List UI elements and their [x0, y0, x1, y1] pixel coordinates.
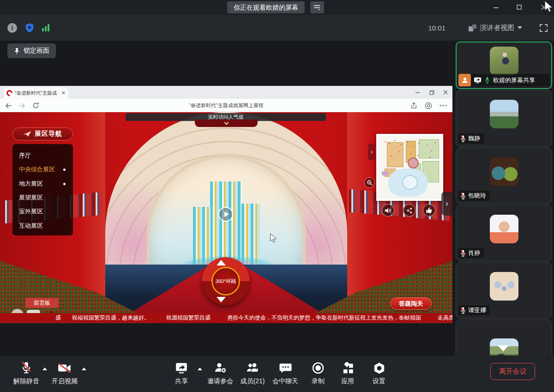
zone-nav-button[interactable]: 展区导航 — [12, 127, 73, 140]
share-screen-button[interactable]: 共享 — [163, 360, 200, 386]
view-mode-selector[interactable]: 演讲者视图 — [469, 24, 522, 32]
info-icon[interactable]: i — [7, 23, 17, 33]
play-button[interactable] — [218, 207, 233, 222]
ellipsis-icon[interactable] — [440, 104, 447, 107]
browser-menu-icon[interactable] — [425, 102, 432, 109]
share-screen-icon — [175, 362, 188, 374]
start-video-button[interactable]: 开启视频 — [46, 360, 83, 386]
browser-minimize-button[interactable] — [411, 86, 425, 99]
view-mode-label: 演讲者视图 — [480, 24, 514, 32]
nav-dot — [63, 169, 66, 171]
participant-name: 谭亚娜 — [468, 306, 486, 314]
nav-item-central[interactable]: 中央综合展区 — [19, 163, 73, 175]
zone-nav-label: 展区导航 — [35, 130, 62, 138]
sound-button[interactable] — [382, 204, 394, 217]
fullscreen-button[interactable] — [540, 24, 548, 32]
person-icon — [461, 77, 469, 84]
participant-tile-sharing[interactable]: 欧婧的屏幕共享 — [456, 42, 552, 89]
avatar — [490, 157, 518, 186]
maximize-button[interactable] — [510, 0, 529, 15]
minimize-button[interactable] — [487, 0, 506, 15]
quiz-button[interactable]: 答题闯关 — [390, 297, 432, 310]
leave-meeting-button[interactable]: 离开会议 — [490, 363, 535, 380]
map-room — [419, 139, 439, 158]
browser-close-button[interactable] — [439, 86, 452, 99]
map-room — [387, 142, 403, 168]
lock-view-button[interactable]: 锁定画面 — [7, 43, 56, 58]
invite-icon — [214, 362, 227, 374]
chat-label: 会中聊天 — [267, 377, 304, 386]
like-button[interactable] — [423, 204, 435, 217]
nav-item-interactive[interactable]: 互动展区 — [19, 220, 73, 232]
chat-icon — [279, 362, 292, 374]
screen-share-icon — [474, 77, 482, 84]
avatar — [490, 47, 518, 75]
signal-icon[interactable] — [42, 24, 49, 31]
participants-sidebar: 欧婧的屏幕共享 魏静 — [455, 41, 554, 356]
map-zoom-button[interactable] — [364, 177, 375, 188]
browser-tabstrip: “奋进新时代”主题成 ✕ — [0, 86, 452, 99]
watching-title: 你正在观看欧婧的屏幕 — [227, 1, 305, 13]
map-markers — [385, 141, 386, 142]
mic-on-icon — [484, 77, 490, 84]
unmute-label: 解除静音 — [8, 377, 45, 386]
mic-muted-icon — [460, 307, 466, 314]
participant-tile[interactable]: 魏静 — [456, 90, 552, 147]
video-options-caret[interactable] — [82, 368, 86, 370]
rotate-360-label: 360°环顾 — [211, 267, 240, 296]
nav-item-outdoor[interactable]: 室外展区 — [19, 205, 73, 217]
share-page-icon[interactable] — [410, 102, 417, 109]
rotate-360-control[interactable]: 360°环顾 — [202, 257, 250, 305]
nav-item-local[interactable]: 地方展区 — [19, 178, 73, 190]
participant-tile[interactable]: 肖婷 — [456, 205, 552, 261]
settings-label: 设置 — [361, 377, 397, 386]
settings-button[interactable]: 设置 — [361, 360, 397, 386]
participant-name: 欧婧的屏幕共享 — [493, 76, 535, 84]
tab-close-icon[interactable]: ✕ — [61, 90, 66, 96]
meeting-window: 你正在观看欧婧的屏幕 i 10:01 — [0, 0, 554, 392]
layout-icon — [469, 24, 476, 31]
shared-mouse-cursor — [270, 234, 277, 244]
maximize-icon — [517, 5, 522, 10]
browser-restore-button[interactable] — [425, 86, 439, 99]
nav-item-xuting[interactable]: 序厅 — [19, 150, 73, 162]
settings-icon — [373, 362, 385, 374]
participant-tile[interactable]: 包晓玲 — [456, 148, 552, 204]
participant-name: 魏静 — [468, 134, 480, 143]
counter-collapse-tab[interactable] — [195, 120, 258, 127]
chat-button[interactable]: 会中聊天 — [267, 360, 304, 386]
thumb-up-icon — [426, 207, 433, 214]
scroll-down-icon[interactable] — [498, 345, 509, 351]
mic-muted-icon — [20, 361, 32, 375]
nav-item-outlook[interactable]: 展望展区 — [19, 192, 73, 204]
participant-tile[interactable]: 谭亚娜 — [456, 262, 552, 319]
address-bar-title[interactable]: “奋进新时代”主题成就展网上展馆 — [0, 99, 452, 112]
avatar — [490, 100, 518, 128]
rotate-up-icon[interactable] — [217, 260, 226, 265]
avatar — [490, 215, 518, 243]
minimap[interactable] — [376, 134, 443, 201]
shield-icon[interactable] — [24, 22, 35, 33]
site-favicon — [5, 89, 13, 97]
start-video-label: 开启视频 — [46, 377, 83, 386]
magnifier-plus-icon — [367, 180, 373, 186]
speaker-icon — [385, 207, 391, 214]
members-button[interactable]: 成员(21) — [234, 360, 271, 386]
stage-tower — [210, 181, 241, 265]
tab-title: “奋进新时代”主题成 — [15, 90, 59, 96]
title-menu-button[interactable] — [310, 1, 324, 13]
members-icon — [246, 362, 259, 374]
panel-expand-tab[interactable]: › — [441, 192, 452, 216]
minimap-collapse-tab[interactable]: › — [368, 144, 375, 160]
apps-icon — [342, 362, 354, 374]
share-button-page[interactable] — [403, 204, 416, 217]
browser-tab[interactable]: “奋进新时代”主题成 ✕ — [4, 87, 68, 99]
invite-button[interactable]: 邀请参会 — [202, 360, 239, 386]
rotate-down-icon[interactable] — [217, 297, 226, 302]
unmute-button[interactable]: 解除静音 — [8, 360, 45, 386]
exhibition-page: 实时访问人气值 展区导航 序厅 中央综合展区 地方展区 展望展区 室外展区 互动… — [0, 112, 452, 323]
presenter-badge — [458, 74, 471, 86]
zone-nav-menu: 序厅 中央综合展区 地方展区 展望展区 室外展区 互动展区 — [12, 144, 73, 235]
record-icon — [312, 362, 325, 374]
share-screen-label: 共享 — [163, 377, 200, 386]
